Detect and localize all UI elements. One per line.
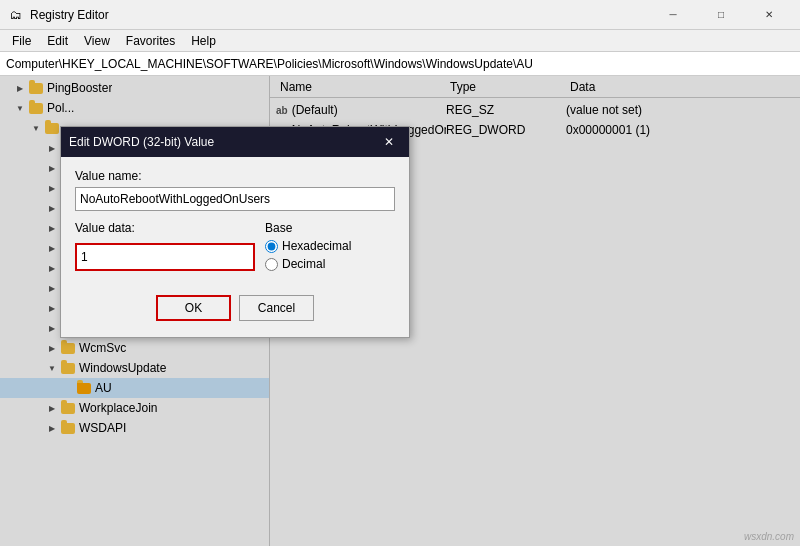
- decimal-label: Decimal: [282, 257, 325, 271]
- address-bar: Computer\HKEY_LOCAL_MACHINE\SOFTWARE\Pol…: [0, 52, 800, 76]
- dialog-title-bar: Edit DWORD (32-bit) Value ✕: [61, 127, 409, 157]
- window-controls: ─ □ ✕: [650, 0, 792, 30]
- ok-button[interactable]: OK: [156, 295, 231, 321]
- close-button[interactable]: ✕: [746, 0, 792, 30]
- base-section: Base Hexadecimal Decimal: [265, 221, 395, 275]
- value-name-label: Value name:: [75, 169, 395, 183]
- title-bar: 🗂 Registry Editor ─ □ ✕: [0, 0, 800, 30]
- value-name-input[interactable]: [75, 187, 395, 211]
- value-data-input[interactable]: [75, 243, 255, 271]
- menu-file[interactable]: File: [4, 32, 39, 50]
- dialog-body: Value name: Value data: Base: [61, 157, 409, 337]
- cancel-button[interactable]: Cancel: [239, 295, 314, 321]
- hexadecimal-label: Hexadecimal: [282, 239, 351, 253]
- menu-bar: File Edit View Favorites Help: [0, 30, 800, 52]
- menu-favorites[interactable]: Favorites: [118, 32, 183, 50]
- radio-row-dec: Decimal: [265, 257, 395, 271]
- menu-view[interactable]: View: [76, 32, 118, 50]
- decimal-radio[interactable]: [265, 258, 278, 271]
- main-content: ▶ PingBooster ▼ Pol... ▼ ▶: [0, 76, 800, 546]
- radio-row-hex: Hexadecimal: [265, 239, 395, 253]
- menu-edit[interactable]: Edit: [39, 32, 76, 50]
- app-icon: 🗂: [8, 7, 24, 23]
- modal-overlay: Edit DWORD (32-bit) Value ✕ Value name: …: [0, 76, 800, 546]
- value-name-section: Value name:: [75, 169, 395, 221]
- dialog-title: Edit DWORD (32-bit) Value: [69, 135, 377, 149]
- base-fieldset: Base Hexadecimal Decimal: [265, 221, 395, 275]
- dialog-close-button[interactable]: ✕: [377, 132, 401, 152]
- dialog-buttons: OK Cancel: [75, 289, 395, 325]
- maximize-button[interactable]: □: [698, 0, 744, 30]
- hexadecimal-radio[interactable]: [265, 240, 278, 253]
- address-path: Computer\HKEY_LOCAL_MACHINE\SOFTWARE\Pol…: [6, 57, 533, 71]
- menu-help[interactable]: Help: [183, 32, 224, 50]
- value-data-section: Value data:: [75, 221, 255, 275]
- base-legend: Base: [265, 221, 292, 235]
- minimize-button[interactable]: ─: [650, 0, 696, 30]
- data-base-row: Value data: Base Hexadecimal: [75, 221, 395, 275]
- edit-dword-dialog: Edit DWORD (32-bit) Value ✕ Value name: …: [60, 126, 410, 338]
- window-title: Registry Editor: [30, 8, 650, 22]
- value-data-label: Value data:: [75, 221, 255, 235]
